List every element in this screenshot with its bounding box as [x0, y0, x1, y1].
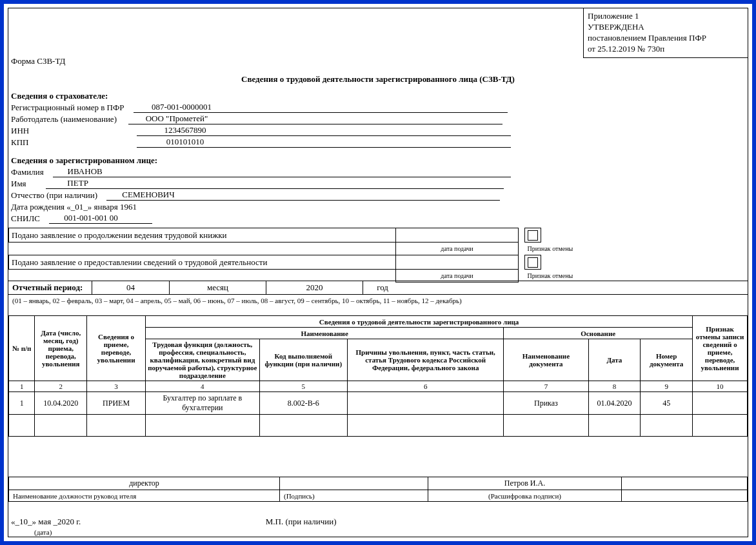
decode-label: (Расшифровка подписи) [428, 490, 622, 502]
inn-label: ИНН [11, 126, 137, 136]
kpp-label: КПП [11, 137, 137, 148]
th-n: № п/п [9, 316, 35, 381]
th-code: Код выполняемой функции (при наличии) [259, 339, 347, 381]
months-note: (01 – январь, 02 – февраль, 03 – март, 0… [8, 295, 748, 306]
person-section: Сведения о зарегистрированном лице: Фами… [8, 155, 748, 224]
mp-label: М.П. (при наличии) [266, 517, 337, 526]
period-year-label: год [363, 281, 402, 294]
th-reason: Причины увольнения, пункт, часть статьи,… [347, 339, 503, 381]
document-title: Сведения о трудовой деятельности зарегис… [8, 74, 748, 84]
period-month-value: 04 [92, 281, 170, 294]
th-docnum: Номер документа [641, 339, 693, 381]
position-label: Наименование должности руковод ителя [9, 490, 280, 502]
th-cancel: Признак отмены записи сведений о приеме,… [693, 316, 748, 381]
approval-line: Приложение 1 [588, 11, 744, 22]
period-label: Отчетный период: [8, 281, 92, 294]
table-row [9, 415, 748, 437]
outer-frame: Приложение 1 УТВЕРЖДЕНА постановлением П… [0, 0, 756, 545]
cancel-label: Признак отмены [525, 243, 748, 255]
stmt1-text: Подано заявление о продолжении ведения т… [9, 228, 396, 243]
reg-value: 087-001-0000001 [134, 102, 230, 113]
stmt2-text: Подано заявление о предоставлении сведен… [9, 255, 396, 270]
approval-line: постановлением Правления ПФР [588, 33, 744, 44]
inner-frame: Приложение 1 УТВЕРЖДЕНА постановлением П… [8, 8, 748, 537]
column-number-row: 1 2 3 4 5 6 7 8 9 10 [9, 381, 748, 392]
approval-line: от 25.12.2019 № 730п [588, 44, 744, 55]
th-caption: Сведения о трудовой деятельности зарегис… [146, 316, 693, 328]
signature-label: (Подпись) [280, 490, 428, 502]
period-year-value: 2020 [266, 281, 363, 294]
insurer-section: Сведения о страхователе: Регистрационный… [8, 91, 748, 148]
patronymic-value: СЕМЕНОВИЧ [106, 190, 190, 201]
approval-block: Приложение 1 УТВЕРЖДЕНА постановлением П… [583, 8, 748, 58]
kpp-value: 010101010 [137, 137, 234, 148]
person-header: Сведения о зарегистрированном лице: [11, 155, 745, 166]
statements-table: Подано заявление о продолжении ведения т… [8, 228, 748, 282]
stmt1-cancel-checkbox[interactable] [528, 230, 538, 241]
insurer-header: Сведения о страхователе: [11, 91, 745, 101]
employer-label: Работодатель (наименование) [11, 114, 117, 124]
date-caption: (дата) [34, 528, 52, 536]
firstname-label: Имя [11, 179, 26, 189]
firstname-value: ПЕТР [46, 178, 110, 189]
dob-line: Дата рождения «_01_» января 1961 [11, 202, 137, 212]
signature-block: директор Петров И.А. Наименование должно… [8, 477, 748, 502]
th-function: Трудовая функция (должность, профессия, … [146, 339, 260, 381]
approval-line: УТВЕРЖДЕНА [588, 22, 744, 33]
snils-label: СНИЛС [11, 213, 40, 224]
sign-date-line: «_10_» мая _2020 г. М.П. (при наличии) [11, 517, 337, 527]
period-month-label: месяц [170, 281, 266, 294]
th-docname: Наименование документа [504, 339, 588, 381]
report-period-row: Отчетный период: 04 месяц 2020 год [8, 281, 748, 295]
employer-value: ООО "Прометей" [128, 114, 225, 124]
stmt2-cancel-checkbox[interactable] [528, 257, 538, 268]
reg-label: Регистрационный номер в ПФР [11, 103, 124, 113]
lastname-label: Фамилия [11, 167, 44, 177]
date-filed-label: дата подачи [396, 243, 519, 255]
table-row: 1 10.04.2020 ПРИЕМ Бухгалтер по зарплате… [9, 392, 748, 415]
th-date: Дата (число, месяц, год) приема, перевод… [35, 316, 87, 381]
snils-value: 001-001-001 00 [49, 213, 133, 224]
activity-table: № п/п Дата (число, месяц, год) приема, п… [8, 315, 748, 437]
inn-value: 1234567890 [137, 125, 234, 136]
patronymic-label: Отчество (при наличии) [11, 190, 97, 201]
position-value: директор [9, 477, 280, 490]
th-action: Сведения о приеме, переводе, увольнении [87, 316, 146, 381]
decode-value: Петров И.А. [428, 477, 622, 490]
th-naimenovanie: Наименование [146, 328, 504, 339]
th-osnovanie: Основание [504, 328, 693, 339]
form-code: Форма СЗВ-ТД [11, 56, 65, 66]
lastname-value: ИВАНОВ [53, 166, 117, 177]
th-docdate: Дата [588, 339, 641, 381]
